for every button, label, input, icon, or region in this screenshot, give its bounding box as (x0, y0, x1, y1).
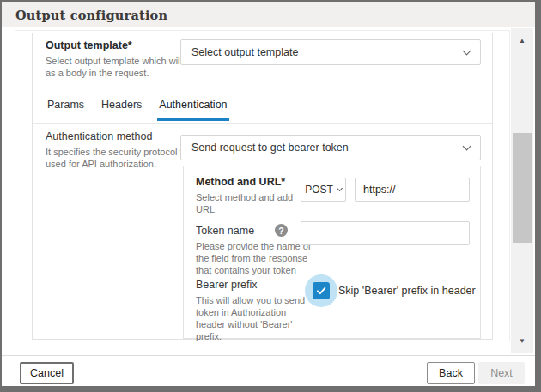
skip-bearer-checkbox[interactable] (313, 282, 330, 299)
check-icon (315, 285, 327, 297)
tab-bar-divider (33, 123, 492, 124)
auth-method-dropdown[interactable]: Send request to get bearer token (180, 135, 481, 160)
dialog-header: Output configuration (2, 2, 535, 27)
tab-params[interactable]: Params (46, 97, 86, 121)
cancel-button[interactable]: Cancel (20, 362, 74, 384)
bearer-prefix-description: This will allow you to send token in Aut… (196, 294, 313, 342)
output-template-dropdown[interactable]: Select output template (180, 39, 481, 65)
http-method-select[interactable]: POST (301, 178, 346, 202)
url-input[interactable] (355, 178, 470, 202)
token-name-description: Please provide the name of the field fro… (196, 240, 313, 276)
help-icon[interactable]: ? (275, 224, 288, 237)
scroll-up-icon[interactable]: ▲ (511, 33, 533, 47)
token-name-label: Token name (196, 225, 254, 237)
chevron-down-icon (337, 184, 343, 190)
http-method-value: POST (305, 184, 333, 196)
chevron-down-icon (463, 142, 471, 150)
method-url-description: Select method and add URL (196, 191, 297, 215)
auth-method-label: Authentication method (46, 130, 152, 142)
method-url-label: Method and URL* (196, 176, 285, 188)
output-configuration-dialog: Output configuration Output template* Se… (0, 0, 541, 392)
output-template-label: Output template* (46, 39, 132, 51)
tab-authentication[interactable]: Authentication (157, 97, 228, 121)
dialog-title: Output configuration (15, 8, 167, 22)
skip-bearer-checkbox-label[interactable]: Skip 'Bearer' prefix in header (338, 285, 476, 297)
token-name-input[interactable] (301, 221, 470, 245)
footer-divider (2, 355, 535, 356)
tab-bar: Params Headers Authentication (46, 97, 229, 121)
chevron-down-icon (463, 46, 471, 55)
scroll-down-icon[interactable]: ▼ (511, 334, 533, 347)
scrollbar-thumb[interactable] (513, 133, 532, 243)
bearer-prefix-label: Bearer prefix (196, 279, 258, 291)
auth-method-dropdown-value: Send request to get bearer token (191, 142, 464, 154)
back-button[interactable]: Back (427, 362, 475, 384)
tab-headers[interactable]: Headers (100, 97, 143, 121)
output-template-dropdown-value: Select output template (191, 46, 464, 58)
next-button[interactable]: Next (478, 362, 525, 384)
help-glyph: ? (278, 226, 283, 236)
